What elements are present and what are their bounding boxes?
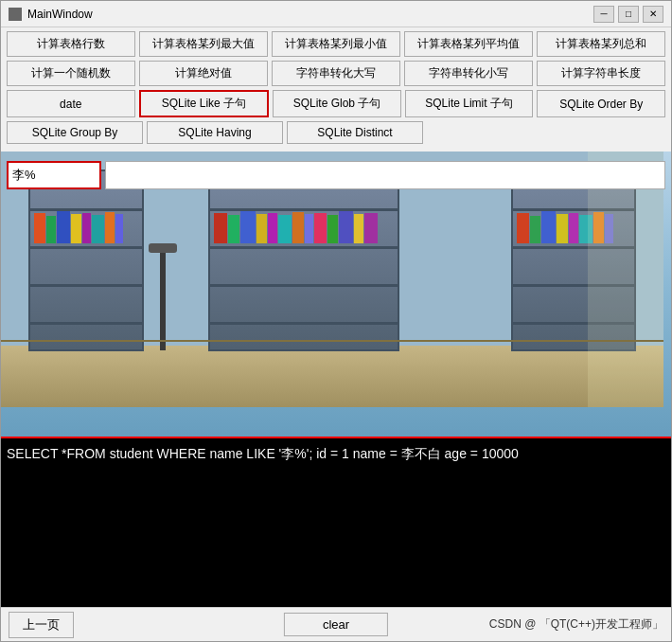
btn-limit[interactable]: SQLite Limit 子句	[405, 90, 534, 117]
svg-rect-33	[364, 213, 378, 243]
btn-glob[interactable]: SQLite Glob 子句	[273, 90, 401, 117]
result-text: SELECT *FROM student WHERE name LIKE '李%…	[7, 444, 665, 464]
svg-rect-21	[214, 213, 227, 243]
btn-avg-col[interactable]: 计算表格某列平均值	[404, 31, 533, 57]
svg-rect-24	[256, 214, 267, 243]
svg-rect-22	[228, 215, 239, 243]
btn-orderby[interactable]: SQLite Order By	[537, 90, 665, 117]
buttons-panel: 计算表格行数 计算表格某列最大值 计算表格某列最小值 计算表格某列平均值 计算表…	[1, 27, 671, 152]
copyright-label: CSDN @ 「QT(C++)开发工程师」	[489, 616, 663, 633]
bottom-bar: 上一页 clear CSDN @ 「QT(C++)开发工程师」	[1, 607, 671, 641]
svg-rect-4	[29, 208, 143, 211]
btn-min-col[interactable]: 计算表格某列最小值	[272, 31, 400, 57]
button-row-4: SQLite Group By SQLite Having SQLite Dis…	[7, 121, 665, 144]
window-title: MainWindow	[27, 8, 93, 21]
svg-rect-29	[314, 213, 327, 243]
search-input[interactable]	[7, 161, 101, 189]
svg-rect-42	[557, 214, 568, 243]
svg-rect-41	[541, 211, 556, 243]
btn-max-col[interactable]: 计算表格某列最大值	[139, 31, 268, 57]
prev-button[interactable]: 上一页	[9, 612, 74, 638]
btn-random[interactable]: 计算一个随机数	[7, 61, 135, 86]
svg-rect-28	[305, 214, 313, 243]
svg-rect-49	[588, 152, 663, 407]
svg-rect-27	[292, 212, 304, 243]
result-panel: SELECT *FROM student WHERE name LIKE '李%…	[1, 437, 671, 607]
title-bar: MainWindow ─ □ ✕	[1, 1, 671, 27]
svg-rect-30	[327, 215, 338, 243]
svg-rect-6	[29, 284, 143, 287]
svg-rect-18	[209, 246, 398, 249]
svg-rect-47	[160, 246, 166, 350]
clear-button[interactable]: clear	[284, 613, 388, 636]
btn-distinct[interactable]: SQLite Distinct	[287, 121, 423, 144]
svg-rect-23	[240, 211, 256, 243]
svg-rect-26	[278, 215, 292, 243]
maximize-button[interactable]: □	[618, 6, 639, 23]
btn-having[interactable]: SQLite Having	[147, 121, 283, 144]
svg-rect-17	[209, 208, 398, 211]
svg-rect-39	[517, 213, 529, 243]
svg-rect-40	[530, 216, 540, 243]
svg-rect-14	[105, 212, 115, 243]
title-bar-left: MainWindow	[9, 8, 93, 21]
btn-groupby[interactable]: SQLite Group By	[7, 121, 143, 144]
svg-rect-9	[46, 216, 56, 243]
btn-count-rows[interactable]: 计算表格行数	[7, 31, 135, 57]
btn-strlen[interactable]: 计算字符串长度	[537, 61, 665, 86]
svg-rect-25	[268, 213, 277, 243]
secondary-input[interactable]	[105, 161, 665, 189]
svg-rect-20	[209, 322, 398, 325]
btn-date[interactable]: date	[7, 90, 135, 117]
button-row-2: 计算一个随机数 计算绝对值 字符串转化大写 字符串转化小写 计算字符串长度	[7, 61, 665, 86]
minimize-button[interactable]: ─	[593, 6, 614, 23]
button-row-1: 计算表格行数 计算表格某列最大值 计算表格某列最小值 计算表格某列平均值 计算表…	[7, 31, 665, 57]
svg-rect-15	[115, 214, 123, 243]
svg-rect-10	[57, 211, 70, 243]
btn-lower[interactable]: 字符串转化小写	[404, 61, 533, 86]
btn-sum-col[interactable]: 计算表格某列总和	[537, 31, 665, 57]
btn-upper[interactable]: 字符串转化大写	[272, 61, 400, 86]
title-bar-controls: ─ □ ✕	[593, 6, 663, 23]
btn-abs[interactable]: 计算绝对值	[139, 61, 268, 86]
close-button[interactable]: ✕	[643, 6, 663, 23]
svg-rect-8	[34, 213, 45, 243]
svg-rect-7	[29, 322, 143, 325]
svg-rect-43	[569, 213, 578, 243]
svg-rect-12	[82, 213, 91, 243]
main-window: MainWindow ─ □ ✕ 计算表格行数 计算表格某列最大值 计算表格某列…	[0, 0, 672, 642]
scene-background: 数据库调试信息(初级教程) SELECT *FROM student WHERE…	[1, 152, 671, 607]
svg-rect-5	[29, 246, 143, 249]
input-row	[7, 161, 665, 189]
button-row-3: date SQLite Like 子句 SQLite Glob 子句 SQLit…	[7, 90, 665, 117]
svg-rect-11	[71, 214, 81, 243]
svg-rect-48	[149, 243, 177, 253]
svg-rect-31	[339, 211, 353, 243]
svg-rect-19	[209, 284, 398, 287]
content-area: 计算表格行数 计算表格某列最大值 计算表格某列最小值 计算表格某列平均值 计算表…	[1, 27, 671, 641]
svg-rect-13	[92, 215, 104, 243]
svg-rect-32	[354, 214, 363, 243]
app-icon	[9, 8, 22, 21]
btn-like[interactable]: SQLite Like 子句	[139, 90, 270, 117]
